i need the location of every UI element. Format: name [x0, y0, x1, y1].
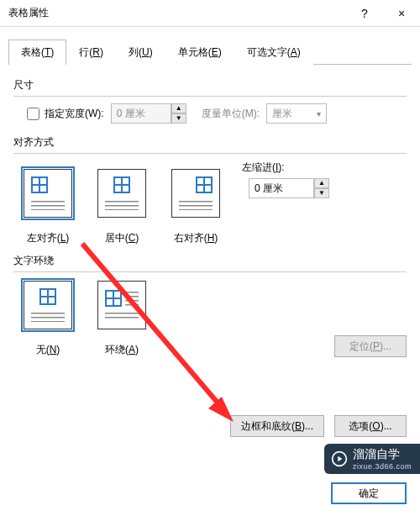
indent-spin-down[interactable]: ▼	[314, 188, 329, 198]
size-group: 尺寸 指定宽度(W): ▲ ▼ 度量单位(M): 厘米 ▾	[13, 78, 407, 124]
borders-shading-button[interactable]: 边框和底纹(B)...	[230, 415, 324, 437]
divider	[13, 153, 407, 154]
align-right-option[interactable]: 右对齐(H)	[166, 169, 225, 245]
size-heading: 尺寸	[13, 78, 407, 92]
wrap-none-option[interactable]: 无(N)	[18, 281, 77, 357]
align-center-option[interactable]: 居中(C)	[92, 169, 151, 245]
watermark: 溜溜自学 zixue.3d66.com	[324, 444, 420, 474]
svg-marker-3	[338, 456, 342, 462]
help-button[interactable]: ?	[346, 0, 383, 27]
indent-spin-up[interactable]: ▲	[314, 178, 329, 188]
width-input[interactable]	[111, 103, 171, 124]
tab-strip: 表格(T) 行(R) 列(U) 单元格(E) 可选文字(A)	[8, 39, 412, 65]
specify-width-label: 指定宽度(W):	[45, 107, 104, 121]
tab-alttext[interactable]: 可选文字(A)	[234, 39, 313, 65]
wrapping-heading: 文字环绕	[13, 254, 407, 268]
align-right-icon	[171, 169, 220, 218]
dialog-button-row: 确定	[331, 482, 407, 504]
options-button[interactable]: 选项(O)...	[334, 415, 407, 437]
ok-button[interactable]: 确定	[331, 482, 407, 504]
unit-label: 度量单位(M):	[202, 107, 260, 121]
wrap-around-icon	[97, 281, 146, 329]
watermark-sub: zixue.3d66.com	[353, 462, 412, 471]
tab-column[interactable]: 列(U)	[116, 39, 165, 65]
action-buttons-row: 边框和底纹(B)... 选项(O)...	[230, 415, 407, 437]
position-button[interactable]: 定位(P)...	[334, 335, 407, 357]
width-spin-up[interactable]: ▲	[171, 103, 186, 113]
align-left-option[interactable]: 左对齐(L)	[18, 169, 77, 245]
wrapping-group: 文字环绕 无(N) 环绕(A) 定位(P)...	[13, 254, 407, 357]
titlebar: 表格属性 ? ×	[0, 0, 420, 27]
divider	[13, 271, 407, 272]
wrap-around-option[interactable]: 环绕(A)	[92, 281, 151, 357]
window-title: 表格属性	[8, 6, 346, 20]
close-button[interactable]: ×	[383, 0, 420, 27]
play-circle-icon	[331, 450, 348, 467]
tab-table[interactable]: 表格(T)	[8, 39, 66, 65]
content-area: 尺寸 指定宽度(W): ▲ ▼ 度量单位(M): 厘米 ▾ 对齐方式	[0, 65, 420, 357]
align-center-icon	[97, 169, 146, 218]
alignment-heading: 对齐方式	[13, 135, 407, 150]
specify-width-checkbox[interactable]	[27, 108, 39, 120]
width-spinner: ▲ ▼	[111, 103, 186, 124]
wrap-none-icon	[24, 281, 72, 329]
tab-row[interactable]: 行(R)	[66, 39, 116, 65]
alignment-group: 对齐方式 左对齐(L) 居中(C)	[13, 135, 407, 245]
width-spin-down[interactable]: ▼	[171, 113, 186, 124]
chevron-down-icon: ▾	[317, 109, 321, 118]
indent-input[interactable]	[249, 178, 314, 198]
indent-spinner: ▲ ▼	[249, 178, 329, 198]
divider	[13, 96, 407, 97]
unit-dropdown[interactable]: 厘米 ▾	[266, 103, 327, 124]
tab-cell[interactable]: 单元格(E)	[165, 39, 234, 65]
watermark-text: 溜溜自学	[353, 447, 400, 461]
indent-label: 左缩进(I):	[242, 161, 329, 175]
align-left-icon	[24, 169, 72, 218]
